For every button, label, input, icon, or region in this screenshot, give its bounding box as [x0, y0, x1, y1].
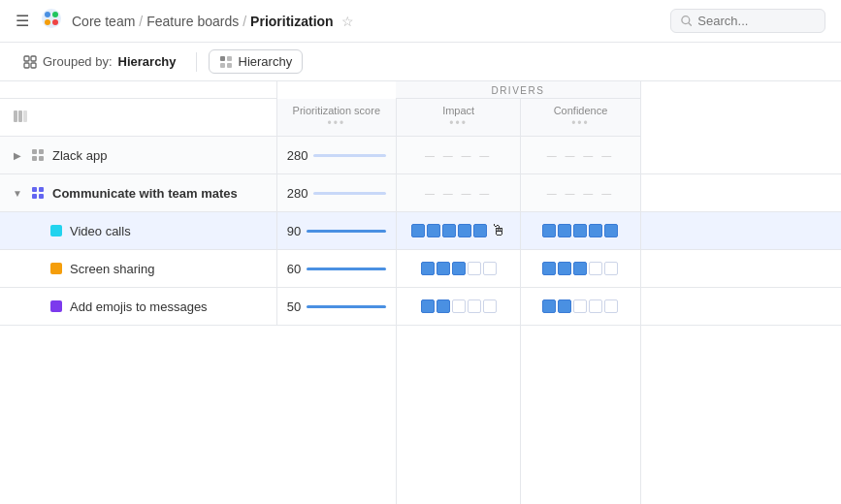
- rating-block: [604, 299, 618, 313]
- svg-rect-23: [39, 187, 44, 192]
- svg-rect-13: [220, 63, 225, 68]
- cursor-icon: 🖱: [491, 222, 506, 239]
- table-row: Video calls 90: [0, 212, 841, 250]
- rating-block: [558, 224, 571, 237]
- score-bar: [313, 154, 385, 157]
- col-header-impact: Impact •••: [396, 99, 521, 137]
- score-value: 280: [287, 148, 308, 163]
- rating-block: [442, 224, 456, 237]
- impact-blocks[interactable]: [421, 262, 497, 275]
- hierarchy-button[interactable]: Hierarchy: [209, 49, 304, 74]
- rating-block: [437, 262, 450, 275]
- grouped-by-value: Hierarchy: [118, 54, 177, 69]
- confidence-blocks[interactable]: [542, 299, 618, 313]
- svg-rect-11: [220, 56, 225, 61]
- hierarchy-icon: [219, 55, 233, 69]
- svg-rect-9: [24, 63, 29, 68]
- group-icon: [23, 55, 37, 69]
- confidence-cell: — — — —: [521, 137, 639, 173]
- svg-point-3: [45, 19, 50, 25]
- expand-arrow[interactable]: ▶: [12, 150, 23, 161]
- table-row: ▶ Zlack app 280: [0, 137, 841, 174]
- rating-block: [558, 262, 571, 275]
- rating-block: [452, 262, 466, 275]
- row-label: Screen sharing: [70, 262, 154, 276]
- row-name-video-calls: Video calls: [0, 212, 276, 249]
- breadcrumb-feature-boards[interactable]: Feature boards: [146, 14, 239, 29]
- impact-blocks[interactable]: [411, 224, 487, 237]
- confidence-cell: [521, 212, 639, 249]
- table-row: Add emojis to messages 50: [0, 288, 841, 326]
- favorite-star-icon[interactable]: ☆: [341, 14, 354, 29]
- impact-dots[interactable]: •••: [404, 116, 513, 130]
- rating-block: [573, 262, 587, 275]
- menu-icon[interactable]: ☰: [16, 12, 29, 30]
- svg-rect-20: [32, 156, 37, 161]
- video-calls-icon: [50, 225, 62, 236]
- table-row: Screen sharing 60: [0, 250, 841, 288]
- impact-dashes: — — — —: [425, 150, 492, 161]
- confidence-blocks[interactable]: [542, 262, 618, 275]
- rating-block: [437, 299, 450, 313]
- score-dots[interactable]: •••: [285, 116, 388, 130]
- svg-point-1: [45, 12, 50, 17]
- breadcrumb-core-team[interactable]: Core team: [72, 14, 135, 29]
- rating-block: [573, 224, 587, 237]
- group-by-button[interactable]: Grouped by: Hierarchy: [16, 50, 184, 73]
- rating-block: [427, 224, 440, 237]
- breadcrumb: Core team / Feature boards / Prioritizat…: [72, 14, 354, 29]
- communicate-icon: [31, 186, 45, 200]
- impact-cell: — — — —: [397, 174, 521, 211]
- rating-block: [458, 224, 471, 237]
- toolbar: Grouped by: Hierarchy Hierarchy: [0, 43, 841, 81]
- prioritization-table: DRIVERS Prioritization score ••• I: [0, 81, 841, 504]
- rating-block: [589, 299, 602, 313]
- score-bar: [307, 230, 386, 233]
- score-value: 90: [287, 224, 301, 238]
- row-label: Communicate with team mates: [52, 186, 238, 201]
- confidence-blocks[interactable]: [542, 224, 618, 237]
- toolbar-divider: [196, 52, 197, 72]
- score-value: 280: [287, 186, 308, 201]
- confidence-dashes: — — — —: [547, 150, 614, 161]
- row-name-communicate: ▼ Communicate with team mates: [0, 174, 276, 211]
- main-content: DRIVERS Prioritization score ••• I: [0, 81, 841, 504]
- score-bar: [307, 268, 386, 270]
- score-bar: [307, 305, 386, 308]
- svg-rect-14: [227, 63, 232, 68]
- svg-line-6: [689, 23, 692, 26]
- svg-point-2: [52, 12, 58, 17]
- rating-block: [589, 224, 602, 237]
- expand-arrow[interactable]: ▼: [12, 188, 23, 199]
- search-bar[interactable]: [670, 9, 825, 33]
- score-cell: 50: [277, 288, 396, 325]
- breadcrumb-prioritization[interactable]: Prioritization: [250, 14, 334, 29]
- confidence-dashes: — — — —: [547, 188, 614, 199]
- impact-cell: 🖱: [397, 212, 521, 249]
- columns-icon[interactable]: [12, 108, 29, 125]
- score-cell: 60: [277, 250, 396, 287]
- app-header: ☰ Core team / Feature boards / Prioritiz…: [0, 0, 841, 43]
- rating-block: [421, 262, 435, 275]
- svg-point-4: [52, 19, 58, 25]
- svg-rect-7: [24, 56, 29, 61]
- row-label: Video calls: [70, 224, 131, 238]
- search-input[interactable]: [697, 14, 815, 28]
- row-name-emojis: Add emojis to messages: [0, 288, 276, 325]
- app-logo: [41, 8, 62, 34]
- svg-rect-21: [39, 156, 44, 161]
- confidence-cell: — — — —: [521, 174, 639, 211]
- col-header-score: Prioritization score •••: [276, 99, 396, 137]
- row-label: Add emojis to messages: [70, 299, 208, 314]
- empty-row: [0, 326, 841, 505]
- svg-rect-17: [23, 110, 27, 122]
- confidence-dots[interactable]: •••: [529, 116, 631, 130]
- emojis-icon: [50, 300, 62, 312]
- score-bar: [313, 192, 385, 195]
- table-row: ▼ Communicate with team mates 280: [0, 174, 841, 212]
- rating-block: [421, 299, 435, 313]
- breadcrumb-sep-1: /: [139, 14, 143, 29]
- grouped-by-label: Grouped by:: [43, 54, 113, 69]
- app-icon: [31, 148, 45, 162]
- impact-blocks[interactable]: [421, 299, 497, 313]
